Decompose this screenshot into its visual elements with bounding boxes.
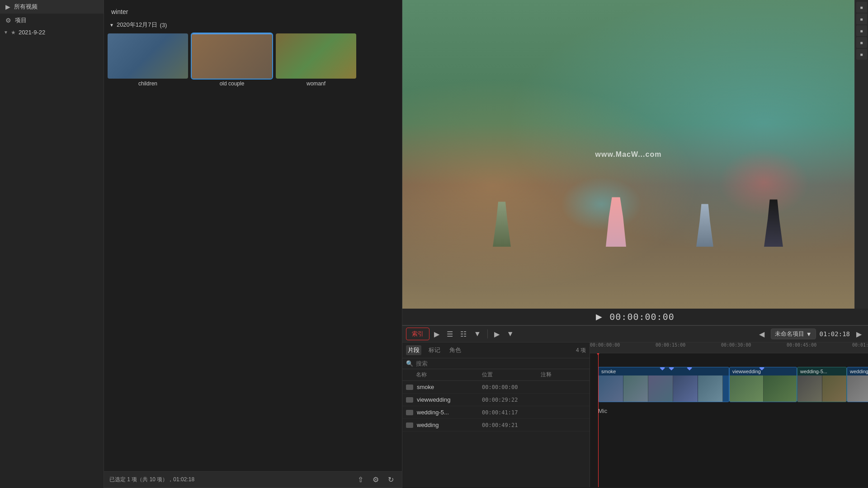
clip-thumb-vw-1 bbox=[730, 375, 764, 402]
timeline-next-btn[interactable]: ▶ bbox=[854, 329, 864, 339]
play-button[interactable]: ▶ bbox=[596, 312, 602, 322]
clip-time-viewwedding: 00:00:29:22 bbox=[482, 397, 541, 403]
sidebar-date-section[interactable]: ▼ ★ 2021-9-22 bbox=[0, 27, 104, 38]
preview-controls: ▶ 00:00:00:00 bbox=[402, 309, 868, 325]
timeline-clip-wedding[interactable]: wedding bbox=[847, 367, 868, 402]
toolbar-divider bbox=[487, 329, 488, 338]
media-label-old-couple: old couple bbox=[220, 80, 245, 87]
track-row-primary: smoke bbox=[590, 367, 868, 403]
arrange-btn[interactable]: ▼ bbox=[471, 328, 484, 339]
clip-view-btn[interactable]: ▶ bbox=[431, 328, 442, 340]
sidebar-item-projects[interactable]: ⚙ 项目 bbox=[0, 14, 104, 27]
clip-time-wedding5: 00:00:41:17 bbox=[482, 409, 541, 416]
preview-sidebar-btn-4[interactable]: ■ bbox=[856, 37, 867, 48]
timeline-ruler: 00:00:00:00 00:00:15:00 00:00:30:00 00:0… bbox=[590, 343, 868, 353]
preview-sidebar-btn-2[interactable]: ■ bbox=[856, 14, 867, 24]
clip-thumb-smoke-1 bbox=[599, 375, 623, 402]
index-sidebar: 片段 标记 角色 4 项 🔍 名称 位置 注释 bbox=[402, 343, 590, 487]
timeline-clip-viewwedding[interactable]: viewwedding bbox=[729, 367, 797, 402]
select-dropdown-btn[interactable]: ▼ bbox=[504, 328, 517, 339]
mic-label: Mic bbox=[598, 408, 607, 414]
preview-sidebar-btn-1[interactable]: ■ bbox=[856, 2, 867, 13]
ruler-label-2: 00:00:30:00 bbox=[721, 343, 751, 347]
clip-list: smoke 00:00:00:00 viewwedding 00:00:29:2… bbox=[402, 381, 590, 487]
search-bar: 🔍 bbox=[402, 358, 590, 369]
tools-button[interactable]: ⚙ bbox=[370, 474, 382, 485]
thumb-old-couple bbox=[192, 33, 272, 79]
preview-video: www.MacW...com bbox=[402, 0, 854, 309]
sidebar-item-all-videos[interactable]: ▶ 所有视频 bbox=[0, 0, 104, 14]
group-arrow-icon: ▼ bbox=[109, 23, 114, 28]
table-row[interactable]: smoke 00:00:00:00 bbox=[402, 381, 590, 394]
index-count: 4 项 bbox=[576, 347, 586, 354]
project-name-display[interactable]: 未命名项目 ▼ bbox=[771, 328, 816, 339]
preview-sidebar: ■ ■ ■ ■ ■ bbox=[854, 0, 868, 309]
clip-thumb-smoke-5 bbox=[698, 375, 723, 402]
media-label-children: children bbox=[138, 80, 157, 87]
table-row[interactable]: wedding 00:00:49:21 bbox=[402, 419, 590, 432]
clip-thumbs-smoke bbox=[599, 375, 729, 402]
ruler-label-1: 00:00:15:00 bbox=[656, 343, 685, 347]
col-note: 注释 bbox=[541, 371, 586, 379]
col-position: 位置 bbox=[482, 371, 541, 379]
clip-thumb-w5-2 bbox=[822, 375, 846, 402]
media-label-womanf: womanf bbox=[307, 80, 326, 87]
clip-thumb-smoke-2 bbox=[623, 375, 648, 402]
preview-sidebar-btn-3[interactable]: ■ bbox=[856, 25, 867, 36]
watermark: www.MacW...com bbox=[402, 0, 854, 309]
media-item-children[interactable]: children bbox=[108, 33, 188, 87]
search-input[interactable] bbox=[416, 360, 586, 367]
app-container: ▶ 所有视频 ⚙ 项目 ▼ ★ 2021-9-22 winter ▼ 2020年… bbox=[0, 0, 868, 488]
index-button[interactable]: 索引 bbox=[406, 328, 429, 340]
gear-icon: ⚙ bbox=[5, 17, 11, 24]
timeline-area: 索引 ▶ ☰ ☷ ▼ ▶ ▼ ◀ 未命名项目 ▼ 01:02:18 ▶ bbox=[402, 325, 868, 488]
thumb-womanf bbox=[276, 33, 356, 79]
clip-thumbs-viewwedding bbox=[730, 375, 797, 402]
date-group-header[interactable]: ▼ 2020年12月7日 (3) bbox=[108, 18, 398, 32]
ruler-label-4: 00:01:00:00 bbox=[852, 343, 868, 347]
film-icon: ▶ bbox=[5, 3, 10, 10]
table-row[interactable]: wedding-5... 00:00:41:17 bbox=[402, 406, 590, 419]
winter-label: winter bbox=[111, 6, 395, 18]
clip-title-wedding5: wedding-5... bbox=[797, 367, 846, 375]
clip-thumb-wed-1 bbox=[847, 375, 868, 402]
table-row[interactable]: viewwedding 00:00:29:22 bbox=[402, 394, 590, 406]
export-button[interactable]: ⇧ bbox=[355, 474, 366, 485]
arrow-icon: ▼ bbox=[4, 30, 8, 35]
ruler-label-0: 00:00:00:00 bbox=[590, 343, 620, 347]
select-tool-btn[interactable]: ▶ bbox=[491, 328, 502, 340]
timeline-tracks: smoke bbox=[590, 353, 868, 487]
clip-icon-wedding5 bbox=[406, 410, 413, 415]
clip-name-wedding5: wedding-5... bbox=[417, 409, 449, 416]
clip-thumbs-wedding5 bbox=[797, 375, 846, 402]
status-text: 已选定 1 项（共 10 项），01:02:18 bbox=[109, 476, 194, 483]
clip-thumb-smoke-3 bbox=[648, 375, 673, 402]
share-button[interactable]: ↻ bbox=[385, 474, 396, 485]
browser-panel: winter ▼ 2020年12月7日 (3) children bbox=[104, 0, 402, 488]
preview-sidebar-btn-5[interactable]: ■ bbox=[856, 49, 867, 60]
tab-markers[interactable]: 标记 bbox=[427, 345, 442, 355]
browser-content: winter ▼ 2020年12月7日 (3) children bbox=[104, 0, 402, 471]
index-tabs: 片段 标记 角色 4 项 bbox=[402, 343, 590, 358]
tab-clips[interactable]: 片段 bbox=[406, 345, 421, 355]
right-panel: www.MacW...com ■ ■ ■ ■ ■ ▶ 00:00:00:00 索… bbox=[402, 0, 868, 488]
clip-icon-viewwedding bbox=[406, 397, 413, 403]
clip-thumbs-wedding bbox=[847, 375, 868, 402]
timeline-prev-btn[interactable]: ◀ bbox=[756, 329, 767, 339]
tab-roles[interactable]: 角色 bbox=[448, 345, 463, 355]
clip-thumb-vw-2 bbox=[764, 375, 797, 402]
ruler-label-3: 00:00:45:00 bbox=[787, 343, 816, 347]
grid-view-btn[interactable]: ☷ bbox=[458, 328, 469, 340]
timeline-clip-wedding5[interactable]: wedding-5... bbox=[797, 367, 847, 402]
media-grid: children old couple womanf bbox=[108, 32, 398, 90]
media-item-old-couple[interactable]: old couple bbox=[192, 33, 272, 87]
clip-name-cell-wedding5: wedding-5... bbox=[406, 409, 482, 416]
timeline-toolbar: 索引 ▶ ☰ ☷ ▼ ▶ ▼ ◀ 未命名项目 ▼ 01:02:18 ▶ bbox=[402, 326, 868, 343]
thumb-children bbox=[108, 33, 188, 79]
col-headers: 名称 位置 注释 bbox=[402, 369, 590, 381]
status-bar: 已选定 1 项（共 10 项），01:02:18 ⇧ ⚙ ↻ bbox=[104, 471, 402, 488]
clip-icon-wedding bbox=[406, 422, 413, 428]
list-view-btn[interactable]: ☰ bbox=[444, 328, 456, 340]
timeline-clip-smoke[interactable]: smoke bbox=[598, 367, 729, 402]
media-item-womanf[interactable]: womanf bbox=[276, 33, 356, 87]
